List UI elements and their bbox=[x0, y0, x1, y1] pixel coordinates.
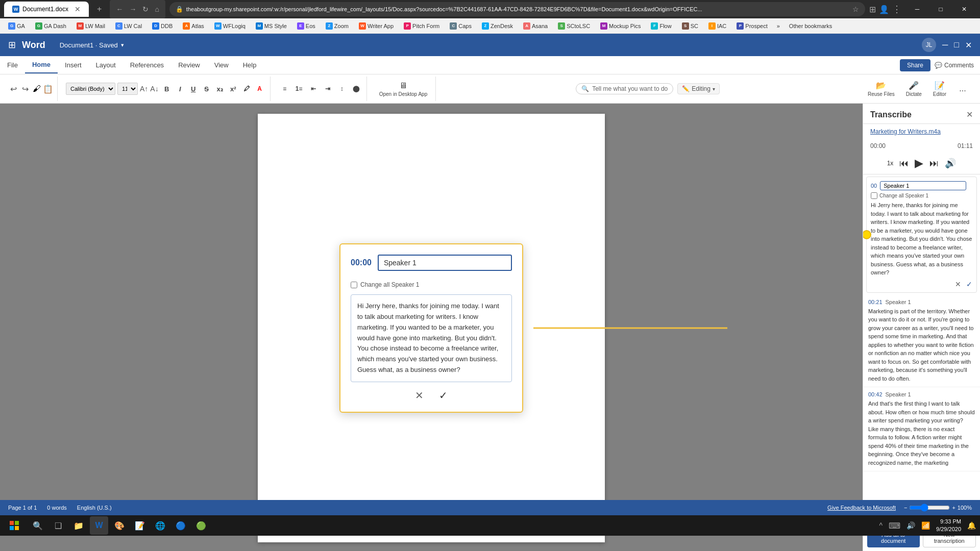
taskbar-notes[interactable]: 📝 bbox=[131, 516, 149, 535]
modal-speaker-input[interactable] bbox=[378, 255, 512, 271]
tab-file[interactable]: File bbox=[0, 57, 25, 73]
browser-tab[interactable]: W Document1.docx ✕ bbox=[4, 2, 89, 17]
minimize-button[interactable]: ─ bbox=[905, 0, 929, 18]
taskbar-app1[interactable]: 🔵 bbox=[172, 516, 190, 535]
bookmark-ga-dash[interactable]: G GA Dash bbox=[31, 21, 70, 31]
transcription-entry-1[interactable]: 00:21 Speaker 1 Marketing is part of the… bbox=[863, 295, 980, 388]
close-button[interactable]: ✕ bbox=[952, 0, 976, 18]
transcribe-close-button[interactable]: ✕ bbox=[966, 110, 973, 119]
editor-button[interactable]: 📝 Editor bbox=[929, 79, 950, 99]
tab-review[interactable]: Review bbox=[171, 57, 207, 73]
tab-home[interactable]: Home bbox=[25, 57, 58, 73]
bookmark-star-icon[interactable]: ☆ bbox=[852, 5, 859, 13]
tab-references[interactable]: References bbox=[123, 57, 171, 73]
increase-font-button[interactable]: A↑ bbox=[140, 85, 148, 93]
tab-layout[interactable]: Layout bbox=[89, 57, 123, 73]
nav-refresh[interactable]: ↻ bbox=[140, 4, 151, 14]
bookmark-flow[interactable]: F Flow bbox=[647, 21, 675, 31]
bookmark-caps[interactable]: C Caps bbox=[446, 21, 476, 31]
tab-insert[interactable]: Insert bbox=[58, 57, 89, 73]
taskbar-notification[interactable]: 🔔 bbox=[967, 521, 976, 530]
fast-forward-button[interactable]: ⏭ bbox=[929, 158, 939, 169]
extensions-icon[interactable]: ⊞ bbox=[869, 5, 876, 14]
paste-button[interactable]: 📋 bbox=[43, 84, 53, 94]
bookmark-iac[interactable]: I IAC bbox=[704, 21, 730, 31]
minimize-app-button[interactable]: ─ bbox=[942, 40, 948, 49]
volume-button[interactable]: 🔊 bbox=[945, 158, 956, 169]
tab-view[interactable]: View bbox=[207, 57, 236, 73]
taskbar-keyboard[interactable]: ⌨ bbox=[889, 521, 900, 531]
bookmark-writer-app[interactable]: W Writer App bbox=[355, 21, 398, 31]
save-chevron-icon[interactable]: ▾ bbox=[121, 42, 124, 48]
zoom-slider[interactable] bbox=[909, 504, 950, 512]
taskbar-search[interactable]: 🔍 bbox=[29, 516, 47, 535]
tab-help[interactable]: Help bbox=[236, 57, 264, 73]
strikethrough-button[interactable]: S bbox=[201, 83, 213, 95]
taskbar-task-view[interactable]: ❑ bbox=[49, 516, 67, 535]
bookmark-prospect[interactable]: P Prospect bbox=[732, 21, 771, 31]
open-desktop-button[interactable]: 🖥 Open in Desktop App bbox=[375, 79, 432, 99]
zoom-in-button[interactable]: + bbox=[952, 505, 955, 511]
taskbar-network[interactable]: 📶 bbox=[921, 521, 930, 530]
bookmark-ddb[interactable]: D DDB bbox=[148, 21, 177, 31]
bookmark-atlas[interactable]: A Atlas bbox=[179, 21, 208, 31]
taskbar-word[interactable]: W bbox=[90, 516, 108, 535]
maximize-app-button[interactable]: □ bbox=[954, 40, 959, 49]
more-ribbon-button[interactable]: ... bbox=[953, 82, 972, 95]
taskbar-paint[interactable]: 🎨 bbox=[110, 516, 129, 535]
font-size-selector[interactable]: 11 bbox=[117, 83, 138, 95]
entry-speaker-input-0[interactable] bbox=[880, 181, 966, 190]
align-left-button[interactable]: ⬤ bbox=[350, 83, 362, 95]
italic-button[interactable]: I bbox=[174, 83, 186, 95]
close-app-button[interactable]: ✕ bbox=[965, 40, 972, 50]
more-options-icon[interactable]: ⋮ bbox=[892, 4, 901, 15]
nav-home[interactable]: ⌂ bbox=[153, 4, 161, 14]
reuse-files-button[interactable]: 📂 Reuse Files bbox=[864, 79, 899, 99]
bookmark-zendesk[interactable]: Z ZenDesk bbox=[478, 21, 517, 31]
maximize-button[interactable]: □ bbox=[929, 0, 952, 18]
share-button[interactable]: Share bbox=[900, 59, 930, 71]
zoom-out-button[interactable]: − bbox=[904, 505, 907, 511]
profile-icon[interactable]: 👤 bbox=[879, 5, 889, 14]
highlight-button[interactable]: 🖍 bbox=[240, 83, 253, 95]
bookmark-lw-mail[interactable]: M LW Mail bbox=[72, 21, 109, 31]
bookmark-sc[interactable]: S SC bbox=[678, 21, 702, 31]
subscript-button[interactable]: x₂ bbox=[214, 83, 226, 95]
playback-speed-button[interactable]: 1x bbox=[887, 160, 894, 167]
bookmark-lw-cal[interactable]: C LW Cal bbox=[111, 21, 146, 31]
entry-change-all-checkbox-0[interactable] bbox=[871, 192, 877, 199]
bookmark-mockup-pics[interactable]: M Mockup Pics bbox=[596, 21, 645, 31]
entry-cancel-button-0[interactable]: ✕ bbox=[955, 280, 961, 288]
line-spacing-button[interactable]: ↕ bbox=[336, 83, 348, 95]
font-color-button[interactable]: A bbox=[254, 83, 266, 95]
bookmark-eos[interactable]: E Eos bbox=[293, 21, 320, 31]
bookmark-ga[interactable]: G GA bbox=[4, 21, 29, 31]
bookmark-pitch-form[interactable]: P Pitch Form bbox=[400, 21, 444, 31]
transcription-scroll[interactable]: 00 Change all Speaker 1 Hi Jerry here, t… bbox=[863, 174, 980, 522]
transcription-entry-active[interactable]: 00 Change all Speaker 1 Hi Jerry here, t… bbox=[866, 177, 977, 293]
taskbar-clock[interactable]: 9:33 PM 9/29/2020 bbox=[936, 518, 961, 534]
dictate-button[interactable]: 🎤 Dictate bbox=[902, 79, 926, 99]
user-profile[interactable]: JL bbox=[922, 38, 936, 52]
nav-forward[interactable]: → bbox=[127, 4, 138, 14]
bold-button[interactable]: B bbox=[161, 83, 173, 95]
editing-status[interactable]: ✏️ Editing ▾ bbox=[677, 83, 720, 94]
comments-button[interactable]: 💬 Comments bbox=[935, 62, 974, 69]
bullets-button[interactable]: ≡ bbox=[279, 83, 291, 95]
start-button[interactable] bbox=[4, 516, 24, 535]
address-bar-container[interactable]: 🔒 ☆ bbox=[169, 2, 865, 16]
bookmark-ms-style[interactable]: M MS Style bbox=[252, 21, 291, 31]
decrease-font-button[interactable]: A↓ bbox=[150, 85, 158, 93]
address-bar[interactable] bbox=[186, 6, 852, 12]
bookmark-zoom[interactable]: Z Zoom bbox=[322, 21, 353, 31]
modal-change-all[interactable]: Change all Speaker 1 bbox=[351, 281, 512, 288]
format-painter-button[interactable]: 🖌 bbox=[33, 84, 41, 93]
indent-increase-button[interactable]: ⇥ bbox=[322, 83, 334, 95]
transcription-entry-2[interactable]: 00:42 Speaker 1 And that's the first thi… bbox=[863, 387, 980, 471]
bookmark-wflogiq[interactable]: W WFLogiq bbox=[210, 21, 250, 31]
rewind-button[interactable]: ⏮ bbox=[899, 158, 909, 169]
nav-back[interactable]: ← bbox=[114, 4, 125, 14]
entry-confirm-button-0[interactable]: ✓ bbox=[966, 280, 972, 288]
app-grid-icon[interactable]: ⊞ bbox=[8, 39, 16, 51]
new-tab-button[interactable]: + bbox=[93, 3, 106, 16]
